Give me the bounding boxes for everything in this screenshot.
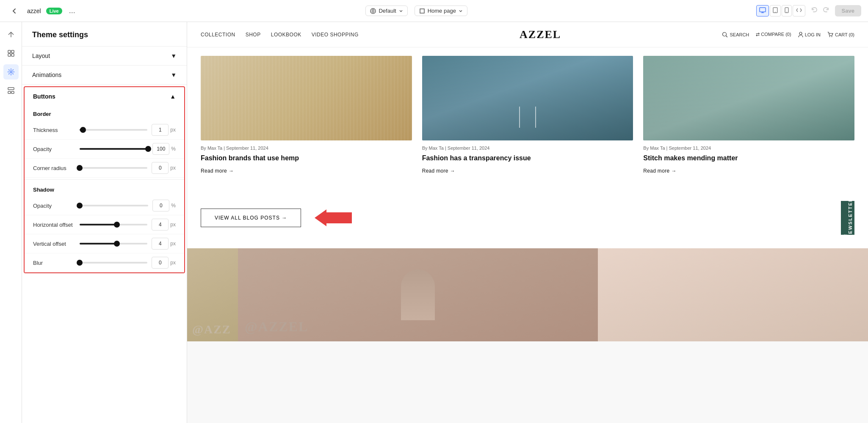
nav-video-shopping[interactable]: VIDEO SHOPPING: [312, 32, 359, 38]
view-all-section: VIEW ALL BLOG POSTS → × NEWSLETTER: [187, 187, 868, 248]
svg-rect-6: [8, 50, 11, 53]
thickness-row: Thickness px: [25, 121, 184, 140]
border-opacity-row: Opacity %: [25, 140, 184, 159]
horiz-offset-input[interactable]: [152, 219, 169, 231]
main-layout: Theme settings Layout ▼ Animations ▼ But…: [0, 22, 868, 423]
shadow-section-title: Shadow: [25, 181, 184, 196]
blur-slider[interactable]: [80, 262, 147, 264]
top-bar-center: Default Home page: [365, 5, 467, 16]
svg-point-10: [10, 71, 12, 73]
nav-collection[interactable]: COLLECTION: [201, 32, 235, 38]
action-compare[interactable]: ⇄ COMPARE (0): [756, 32, 791, 37]
horiz-offset-thumb[interactable]: [114, 222, 120, 228]
blog-post-2: By Max Ta | September 11, 2024 Stitch ma…: [643, 56, 854, 174]
horiz-offset-unit: px: [170, 222, 176, 228]
border-opacity-slider[interactable]: [80, 148, 148, 150]
page-selector[interactable]: Home page: [415, 5, 467, 16]
shadow-opacity-row: Opacity %: [25, 196, 184, 215]
vert-offset-label: Vertical offset: [33, 241, 75, 247]
nav-shop[interactable]: SHOP: [246, 32, 261, 38]
desktop-view-button[interactable]: [756, 5, 769, 16]
mobile-view-button[interactable]: [782, 5, 792, 16]
more-options-button[interactable]: ...: [67, 5, 77, 17]
action-cart[interactable]: CART (0): [827, 32, 854, 38]
thickness-thumb[interactable]: [80, 127, 86, 133]
svg-rect-1: [760, 8, 766, 12]
live-badge: Live: [46, 8, 62, 14]
shadow-opacity-thumb[interactable]: [77, 203, 83, 209]
components-icon-button[interactable]: [3, 83, 19, 98]
vert-offset-input[interactable]: [152, 238, 169, 250]
svg-point-3: [775, 12, 776, 13]
vert-offset-fill: [80, 243, 117, 244]
border-opacity-value-box: %: [152, 143, 176, 155]
horiz-offset-row: Horizontal offset px: [25, 215, 184, 234]
vert-offset-value-box: px: [152, 238, 176, 250]
read-more-2[interactable]: Read more →: [643, 168, 854, 174]
horiz-offset-value-box: px: [152, 219, 176, 231]
vert-offset-thumb[interactable]: [114, 241, 120, 247]
nav-icon-button[interactable]: [3, 27, 19, 42]
svg-rect-9: [11, 54, 14, 56]
blog-meta-2: By Max Ta | September 11, 2024: [643, 146, 854, 151]
shadow-opacity-slider[interactable]: [80, 205, 148, 206]
back-button[interactable]: [7, 3, 22, 19]
buttons-section: Buttons ▲ Border Thickness px Opacity: [24, 86, 185, 273]
shadow-opacity-unit: %: [171, 203, 176, 209]
sections-icon-button[interactable]: [3, 46, 19, 61]
read-more-1[interactable]: Read more →: [422, 168, 633, 174]
blog-meta-1: By Max Ta | September 11, 2024: [422, 146, 633, 151]
corner-radius-slider[interactable]: [80, 167, 147, 169]
view-selector[interactable]: Default: [365, 5, 407, 16]
layout-chevron: ▼: [171, 52, 177, 59]
layout-section-header[interactable]: Layout ▼: [22, 47, 187, 66]
undo-button[interactable]: [809, 5, 820, 16]
action-search[interactable]: SEARCH: [722, 32, 749, 38]
blog-post-1: By Max Ta | September 11, 2024 Fashion h…: [422, 56, 633, 174]
blur-input[interactable]: [152, 257, 169, 269]
thickness-input[interactable]: [152, 124, 169, 136]
animations-chevron: ▼: [171, 71, 177, 78]
corner-radius-input[interactable]: [152, 162, 169, 174]
vert-offset-slider[interactable]: [80, 243, 147, 244]
blog-meta-0: By Max Ta | September 11, 2024: [201, 146, 412, 151]
device-icons: [756, 5, 805, 16]
store-actions: SEARCH ⇄ COMPARE (0) LOG IN CART (0): [722, 32, 854, 38]
shadow-opacity-value-box: %: [152, 200, 176, 212]
horiz-offset-slider[interactable]: [80, 224, 147, 225]
redo-button[interactable]: [821, 5, 832, 16]
page-label: Home page: [428, 8, 456, 14]
store-nav: COLLECTION SHOP LOOKBOOK VIDEO SHOPPING: [201, 32, 359, 38]
newsletter-label: × NEWSLETTER: [843, 198, 853, 238]
view-all-button[interactable]: VIEW ALL BLOG POSTS →: [201, 209, 301, 227]
nav-lookbook[interactable]: LOOKBOOK: [271, 32, 301, 38]
border-opacity-input[interactable]: [152, 143, 169, 155]
shadow-opacity-input[interactable]: [152, 200, 169, 212]
blog-title-0: Fashion brands that use hemp: [201, 154, 412, 163]
animations-section-header[interactable]: Animations ▼: [22, 66, 187, 85]
save-button[interactable]: Save: [835, 5, 861, 16]
blur-label: Blur: [33, 260, 75, 266]
newsletter-tab[interactable]: × NEWSLETTER: [841, 201, 854, 235]
thickness-label: Thickness: [33, 127, 75, 133]
action-login[interactable]: LOG IN: [798, 32, 821, 38]
shadow-opacity-label: Opacity: [33, 203, 75, 209]
blur-thumb[interactable]: [77, 260, 83, 266]
corner-radius-thumb[interactable]: [77, 165, 83, 171]
horiz-offset-label: Horizontal offset: [33, 222, 75, 228]
store-logo: AZZEL: [520, 28, 561, 41]
border-opacity-unit: %: [171, 146, 176, 152]
code-view-button[interactable]: [793, 5, 805, 16]
shadow-divider: [25, 179, 184, 180]
border-opacity-thumb[interactable]: [145, 146, 151, 152]
tablet-view-button[interactable]: [770, 5, 781, 16]
red-arrow: [315, 209, 352, 226]
vert-offset-unit: px: [170, 241, 176, 247]
svg-rect-13: [11, 91, 14, 93]
panel-title: Theme settings: [22, 22, 187, 47]
settings-icon-button[interactable]: [3, 64, 19, 80]
thickness-slider[interactable]: [80, 129, 147, 131]
blur-row: Blur px: [25, 253, 184, 272]
read-more-0[interactable]: Read more →: [201, 168, 412, 174]
buttons-section-header[interactable]: Buttons ▲: [25, 87, 184, 106]
